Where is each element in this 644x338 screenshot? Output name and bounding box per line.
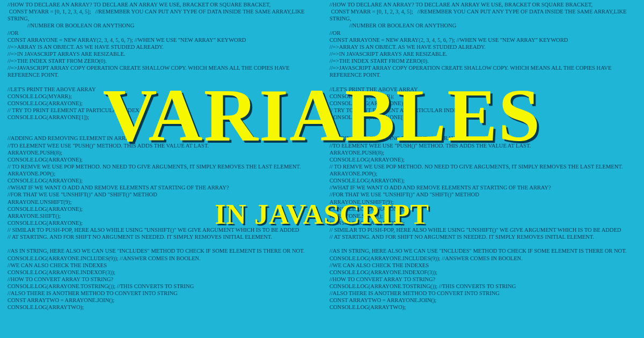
background-code-right: //HOW TO DECLARE AN ARRAY? TO DECLARE AN… bbox=[322, 0, 644, 312]
background-code-left: //HOW TO DECLARE AN ARRAY? TO DECLARE AN… bbox=[0, 0, 322, 312]
